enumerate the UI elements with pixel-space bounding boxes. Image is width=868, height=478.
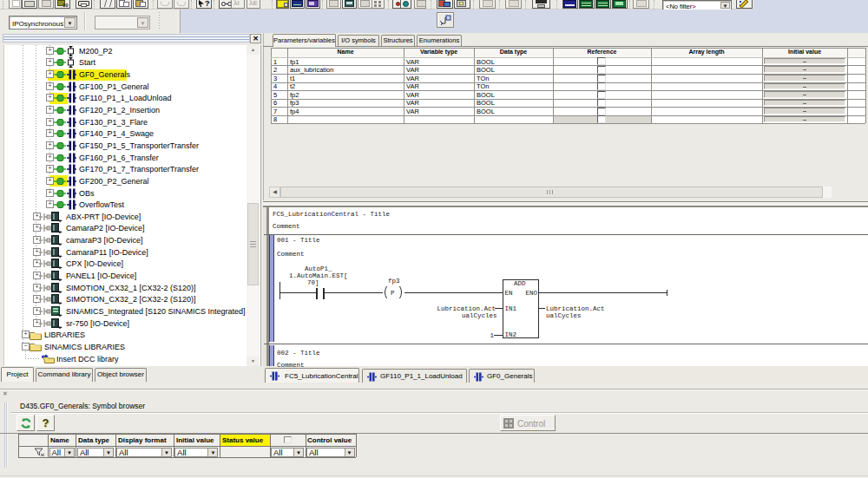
svg-text:P: P xyxy=(391,290,395,297)
